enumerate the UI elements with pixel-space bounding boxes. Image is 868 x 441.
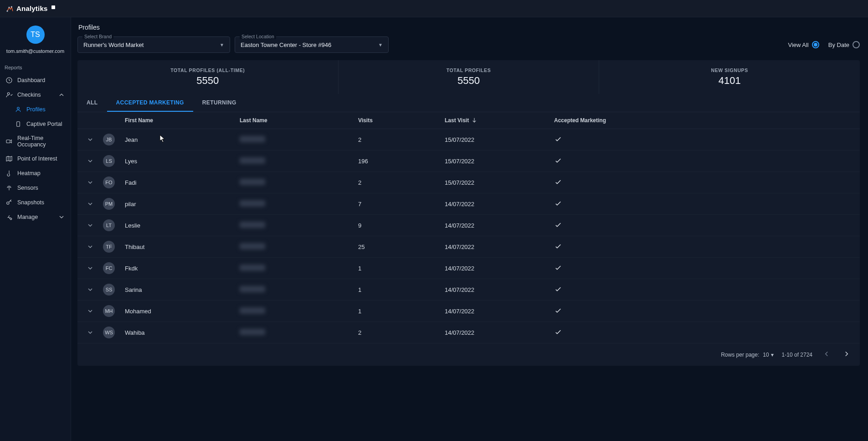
last-visit-value: 14/07/2022	[445, 244, 554, 250]
svg-rect-6	[17, 122, 20, 127]
col-first-name[interactable]: First Name	[103, 117, 240, 124]
table-row[interactable]: PMpilar714/07/2022	[77, 193, 860, 215]
brand-select[interactable]: Select Brand Runner's World Market ▼	[77, 36, 230, 53]
sidebar-item-label: Captive Portal	[26, 121, 62, 127]
sensor-icon	[5, 184, 13, 192]
profiles-table: First Name Last Name Visits Last Visit A…	[77, 112, 860, 366]
col-accepted[interactable]: Accepted Marketing	[554, 117, 645, 124]
expand-row-button[interactable]	[85, 177, 96, 188]
visits-value: 196	[358, 158, 445, 165]
svg-point-4	[7, 93, 10, 95]
table-row[interactable]: JBJean215/07/2022	[77, 129, 860, 150]
first-name-value: Mohamed	[125, 308, 151, 315]
expand-row-button[interactable]	[85, 327, 96, 338]
last-visit-value: 15/07/2022	[445, 136, 554, 143]
table-row[interactable]: FOFadi215/07/2022	[77, 172, 860, 193]
col-last-visit[interactable]: Last Visit	[445, 117, 554, 124]
last-visit-value: 14/07/2022	[445, 222, 554, 229]
chevron-up-icon	[58, 91, 65, 99]
rows-per-page-label: Rows per page:	[721, 352, 759, 358]
col-visits[interactable]: Visits	[358, 117, 445, 124]
caret-down-icon: ▼	[220, 42, 224, 47]
table-row[interactable]: TFThibaut2514/07/2022	[77, 236, 860, 258]
sidebar-item-heatmap[interactable]: Heatmap	[0, 166, 71, 181]
rows-per-page: Rows per page: 10 ▾	[721, 352, 773, 358]
visits-value: 2	[358, 179, 445, 186]
col-last-name[interactable]: Last Name	[240, 117, 358, 124]
visits-value: 2	[358, 136, 445, 143]
tab-accepted-marketing[interactable]: ACCEPTED MARKETING	[107, 94, 193, 112]
sidebar-item-label: Real-Time Occupancy	[17, 135, 65, 148]
sidebar-item-sensors[interactable]: Sensors	[0, 181, 71, 195]
arrow-down-icon	[471, 117, 478, 124]
sidebar-item-manage[interactable]: Manage	[0, 210, 71, 224]
table-footer: Rows per page: 10 ▾ 1-10 of 2724	[77, 343, 860, 366]
tab-returning[interactable]: RETURNING	[193, 94, 246, 112]
stat-label: TOTAL PROFILES (ALL-TIME)	[81, 67, 334, 73]
table-row[interactable]: SSSarina114/07/2022	[77, 279, 860, 301]
last-name-redacted	[240, 136, 265, 142]
first-name-value: Fadi	[125, 179, 136, 186]
thermometer-icon	[5, 170, 13, 177]
sidebar-item-label: Dashboard	[17, 77, 45, 83]
accepted-marketing-value	[554, 264, 645, 273]
next-page-button[interactable]	[841, 348, 853, 361]
expand-row-button[interactable]	[85, 284, 96, 295]
last-name-redacted	[240, 200, 265, 207]
expand-row-button[interactable]	[85, 220, 96, 231]
location-select[interactable]: Select Location Easton Towne Center - St…	[235, 36, 389, 53]
sidebar-item-snapshots[interactable]: Snapshots	[0, 195, 71, 210]
table-row[interactable]: WSWahiba214/07/2022	[77, 322, 860, 343]
sidebar-item-profiles[interactable]: Profiles	[0, 102, 71, 117]
expand-row-button[interactable]	[85, 241, 96, 252]
expand-row-button[interactable]	[85, 198, 96, 209]
person-check-icon	[5, 91, 13, 99]
sidebar-item-poi[interactable]: Point of Interest	[0, 151, 71, 166]
user-avatar[interactable]: TS	[26, 26, 45, 44]
sidebar-item-checkins[interactable]: Checkins	[0, 88, 71, 102]
table-row[interactable]: FCFkdk114/07/2022	[77, 258, 860, 279]
first-name-value: pilar	[125, 201, 136, 208]
sidebar-item-label: Sensors	[17, 185, 38, 191]
first-name-value: Lyes	[125, 158, 137, 165]
visits-value: 9	[358, 222, 445, 229]
last-name-redacted	[240, 286, 265, 292]
brand-select-value: Runner's World Market	[83, 42, 220, 48]
accepted-marketing-value	[554, 328, 645, 337]
table-row[interactable]: LSLyes19615/07/2022	[77, 150, 860, 172]
by-date-radio[interactable]: By Date	[828, 41, 860, 48]
expand-row-button[interactable]	[85, 156, 96, 166]
last-name-redacted	[240, 157, 265, 164]
rows-per-page-select[interactable]: 10 ▾	[763, 352, 773, 358]
sidebar-item-captive-portal[interactable]: Captive Portal	[0, 117, 71, 131]
expand-row-button[interactable]	[85, 134, 96, 145]
prev-page-button[interactable]	[821, 348, 832, 361]
expand-row-button[interactable]	[85, 306, 96, 316]
sidebar-item-realtime-occupancy[interactable]: Real-Time Occupancy	[0, 131, 71, 151]
brand-logo[interactable]: Analytiks	[6, 5, 55, 12]
topbar: Analytiks	[0, 0, 868, 17]
accepted-marketing-value	[554, 285, 645, 295]
brand-badge-icon	[51, 5, 55, 9]
tab-all[interactable]: ALL	[77, 94, 107, 112]
last-visit-value: 14/07/2022	[445, 329, 554, 336]
profile-tabs: ALL ACCEPTED MARKETING RETURNING	[77, 94, 860, 112]
stat-value: 4101	[603, 75, 856, 87]
row-avatar: LT	[103, 219, 115, 231]
person-icon	[15, 106, 22, 113]
sidebar-item-label: Heatmap	[17, 170, 41, 176]
visits-value: 25	[358, 244, 445, 250]
stat-total: TOTAL PROFILES 5550	[339, 60, 600, 94]
expand-row-button[interactable]	[85, 263, 96, 274]
row-avatar: MH	[103, 305, 115, 317]
accepted-marketing-value	[554, 306, 645, 316]
view-all-radio[interactable]: View All	[788, 41, 819, 48]
last-name-redacted	[240, 329, 265, 335]
stats-panel: TOTAL PROFILES (ALL-TIME) 5550 TOTAL PRO…	[77, 60, 860, 366]
last-visit-value: 14/07/2022	[445, 286, 554, 293]
svg-point-2	[11, 6, 12, 7]
table-row[interactable]: LTLeslie914/07/2022	[77, 215, 860, 236]
accepted-marketing-value	[554, 135, 645, 145]
table-row[interactable]: MHMohamed114/07/2022	[77, 301, 860, 322]
sidebar-item-dashboard[interactable]: Dashboard	[0, 73, 71, 88]
